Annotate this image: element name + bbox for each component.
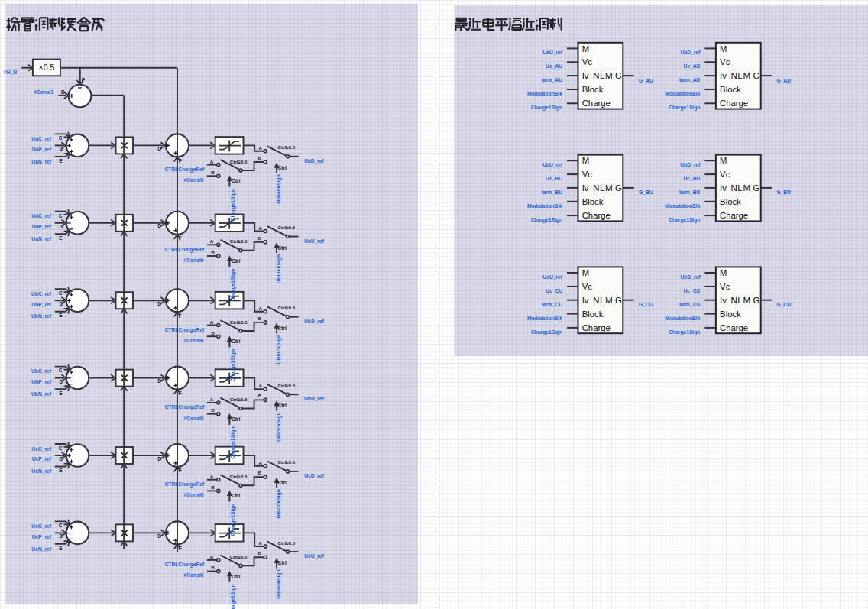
svg-text:B: B [258, 470, 262, 475]
svg-text:Ctrl: Ctrl [278, 403, 287, 408]
svg-text:Ctrl: Ctrl [232, 574, 240, 579]
svg-text:B: B [211, 330, 215, 335]
svg-text:Ctrl: Ctrl [232, 493, 240, 498]
svg-text:Ctrl: Ctrl [232, 178, 240, 183]
svg-text:Vc: Vc [720, 57, 730, 66]
svg-text:F: F [82, 77, 85, 83]
svg-text:A: A [258, 540, 262, 546]
svg-text:G: G [753, 183, 760, 193]
svg-text:Ctrl≥0.5: Ctrl≥0.5 [230, 474, 248, 479]
svg-text:UbC_ref: UbC_ref [31, 291, 52, 296]
svg-text:NLM: NLM [730, 183, 750, 193]
svg-text:A: A [210, 319, 214, 325]
svg-text:#ConsI0: #ConsI0 [183, 492, 203, 497]
svg-text:DBlockSign: DBlockSign [276, 489, 282, 519]
svg-text:NLM: NLM [730, 295, 750, 305]
svg-text:×0.5: ×0.5 [39, 63, 55, 72]
svg-text:UcD_ref: UcD_ref [681, 274, 701, 280]
svg-text:Ctrl≥0.5: Ctrl≥0.5 [277, 144, 295, 150]
svg-text:UaP_ref: UaP_ref [32, 224, 52, 229]
svg-text:G_BU: G_BU [639, 190, 653, 195]
svg-text:C: C [59, 135, 63, 141]
svg-text:NLM: NLM [730, 70, 750, 80]
svg-text:UcP_ref: UcP_ref [32, 456, 52, 462]
svg-text:Charge1Sign: Charge1Sign [230, 269, 236, 302]
svg-text:Ctrl: Ctrl [278, 560, 287, 565]
svg-text:A: A [258, 460, 262, 465]
svg-text:ModulationBlk: ModulationBlk [527, 316, 562, 321]
svg-text:NLM: NLM [593, 70, 613, 80]
svg-text:Ctrl≥0.5: Ctrl≥0.5 [277, 305, 295, 310]
svg-text:E: E [59, 158, 63, 164]
svg-text:Iarm_CU: Iarm_CU [541, 302, 562, 307]
svg-text:Ctrl≥0.5: Ctrl≥0.5 [277, 459, 295, 465]
svg-text:D: D [157, 456, 161, 462]
svg-text:Ctrl: Ctrl [232, 258, 240, 264]
svg-text:G: G [615, 183, 622, 193]
svg-text:UaU_ref: UaU_ref [304, 238, 324, 244]
svg-text:D: D [157, 223, 161, 228]
svg-text:Ctrl: Ctrl [278, 165, 287, 170]
svg-text:M: M [720, 268, 727, 277]
svg-text:ModulationBlk: ModulationBlk [527, 203, 562, 209]
svg-text:Uc_BD: Uc_BD [683, 176, 700, 181]
svg-text:G: G [753, 71, 760, 80]
svg-text:Ctrl: Ctrl [232, 416, 240, 422]
svg-text:Block: Block [582, 85, 604, 94]
svg-text:M: M [582, 268, 589, 277]
svg-text:Block: Block [582, 197, 604, 206]
svg-text:B: B [258, 550, 262, 556]
svg-text:E: E [59, 390, 63, 396]
svg-text:DBlockSign: DBlockSign [276, 254, 282, 284]
svg-text:UcC_ref: UcC_ref [31, 446, 51, 452]
svg-text:UcD_ref: UcD_ref [304, 473, 324, 478]
svg-text:B: B [211, 407, 215, 413]
svg-text:C: C [59, 445, 63, 451]
svg-text:G_CD: G_CD [776, 302, 791, 307]
svg-text:D: D [59, 533, 63, 539]
svg-text:D: D [157, 533, 161, 539]
svg-text:ModulationBlk: ModulationBlk [665, 316, 700, 321]
svg-text:C: C [59, 290, 63, 296]
svg-text:B: B [211, 484, 215, 490]
svg-text:G: G [615, 296, 622, 305]
svg-text:DBlockSign: DBlockSign [276, 569, 282, 599]
svg-text:M: M [582, 156, 589, 165]
svg-text:Uc_CD: Uc_CD [683, 288, 700, 293]
svg-text:ModulationBlk: ModulationBlk [665, 91, 700, 96]
svg-text:Uc_AU: Uc_AU [546, 63, 562, 69]
svg-text:DBlockSign: DBlockSign [276, 335, 282, 364]
svg-text:A: A [210, 238, 214, 244]
svg-text:UbC_ref: UbC_ref [31, 368, 52, 374]
svg-text:M: M [582, 44, 589, 53]
svg-text:G_AU: G_AU [639, 78, 653, 83]
svg-text:#ConsI0: #ConsI0 [183, 258, 203, 263]
svg-text:B: B [211, 170, 215, 175]
svg-text:Iarm_CD: Iarm_CD [679, 302, 701, 307]
svg-text:Vc: Vc [582, 170, 593, 179]
svg-text:G: G [615, 71, 622, 80]
svg-text:Vc: Vc [720, 170, 730, 179]
svg-text:UbN_ref: UbN_ref [31, 313, 52, 319]
svg-text:#ConsI0: #ConsI0 [183, 338, 203, 343]
svg-text:Ctrl≥0.5: Ctrl≥0.5 [277, 540, 295, 546]
svg-text:Ctrl≥0.5: Ctrl≥0.5 [230, 159, 248, 164]
svg-text:Iv: Iv [582, 183, 589, 193]
svg-text:M: M [720, 156, 727, 165]
svg-text:UbP_ref: UbP_ref [31, 379, 51, 384]
svg-text:Block: Block [720, 85, 741, 94]
svg-text:Charge1Sign: Charge1Sign [531, 217, 562, 223]
svg-text:UcU_ref: UcU_ref [304, 553, 324, 559]
svg-text:E: E [59, 235, 63, 241]
svg-text:M: M [720, 44, 727, 53]
svg-text:D: D [59, 146, 63, 151]
svg-text:UaP_ref: UaP_ref [32, 147, 52, 152]
svg-text:UbD_ref: UbD_ref [304, 319, 325, 324]
svg-text:Ctrl: Ctrl [278, 326, 287, 331]
svg-text:G: G [753, 296, 760, 305]
svg-text:CTRLChargeRef: CTRLChargeRef [165, 247, 205, 253]
svg-text:UaN_ref: UaN_ref [31, 236, 51, 241]
svg-text:UaD_ref: UaD_ref [304, 158, 324, 164]
svg-text:Ctrl: Ctrl [278, 480, 287, 485]
svg-text:Charge: Charge [720, 99, 748, 108]
